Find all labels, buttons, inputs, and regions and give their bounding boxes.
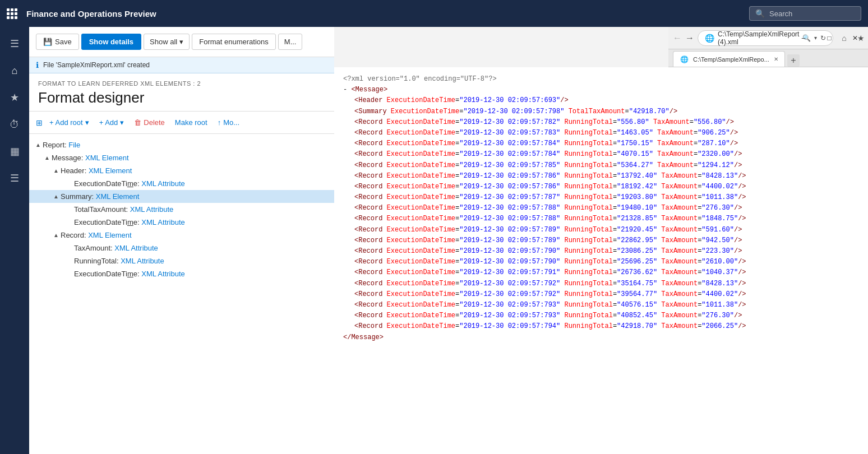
search-input[interactable] <box>769 10 848 18</box>
more-button[interactable]: M... <box>278 34 303 50</box>
tree-item[interactable]: ExecutionDateTime: XML Attribute <box>29 177 334 190</box>
ie-icon: 🌐 <box>705 34 714 43</box>
xml-line: <Record ExecutionDateTime="2019-12-30 02… <box>343 279 859 289</box>
xml-line: - <Message> <box>343 85 859 95</box>
xml-line: <Record ExecutionDateTime="2019-12-30 02… <box>343 246 859 257</box>
sidebar-item-recent[interactable]: ⏱ <box>2 112 27 137</box>
list-icon: ☰ <box>10 172 19 184</box>
format-enumerations-button[interactable]: Format enumerations <box>192 34 276 50</box>
save-icon: 💾 <box>43 38 52 46</box>
new-tab-button[interactable]: + <box>787 54 800 67</box>
tree-item[interactable]: ▲ Message: XML Element <box>29 151 334 164</box>
tree-item[interactable]: RunningTotal: XML Attribute <box>29 254 334 267</box>
xml-line: <Record ExecutionDateTime="2019-12-30 02… <box>343 257 859 267</box>
sidebar-item-list[interactable]: ☰ <box>2 166 27 191</box>
add-chevron-icon: ▾ <box>120 118 124 127</box>
info-icon: ℹ <box>36 61 39 70</box>
maximize-button[interactable]: □ <box>816 27 842 49</box>
window-controls: – □ ✕ <box>791 27 868 49</box>
save-button[interactable]: 💾 Save <box>36 34 79 50</box>
tree-item[interactable]: ▲ Record: XML Element <box>29 229 334 242</box>
delete-button[interactable]: 🗑 Delete <box>131 117 168 128</box>
tree-toggle[interactable]: ▲ <box>34 142 43 148</box>
xml-line: <Record ExecutionDateTime="2019-12-30 02… <box>343 311 859 321</box>
xml-line: <Record ExecutionDateTime="2019-12-30 02… <box>343 235 859 246</box>
xml-line: <Record ExecutionDateTime="2019-12-30 02… <box>343 321 859 332</box>
xml-line: <Record ExecutionDateTime="2019-12-30 02… <box>343 160 859 171</box>
delete-icon: 🗑 <box>134 118 141 127</box>
xml-viewer[interactable]: <?xml version="1.0" encoding="UTF-8"?> -… <box>334 67 868 454</box>
tree-toggle[interactable]: ▲ <box>43 155 52 161</box>
close-button[interactable]: ✕ <box>842 27 868 49</box>
xml-line: <Record ExecutionDateTime="2019-12-30 02… <box>343 117 859 128</box>
tab-ie-icon: 🌐 <box>680 55 689 63</box>
xml-line: <Header ExecutionDateTime="2019-12-30 02… <box>343 95 859 106</box>
xml-line: <Record ExecutionDateTime="2019-12-30 02… <box>343 149 859 160</box>
tree-item[interactable]: ExecutionDateTime: XML Attribute <box>29 267 334 280</box>
xml-line: <Record ExecutionDateTime="2019-12-30 02… <box>343 138 859 149</box>
show-all-button[interactable]: Show all ▾ <box>144 34 190 50</box>
tree-item[interactable]: ▲ Report: File <box>29 138 334 151</box>
xml-line: <Record ExecutionDateTime="2019-12-30 02… <box>343 225 859 235</box>
xml-line: <Record ExecutionDateTime="2019-12-30 02… <box>343 203 859 214</box>
tree-toggle[interactable]: ▲ <box>52 193 61 200</box>
xml-line: <Record ExecutionDateTime="2019-12-30 02… <box>343 267 859 278</box>
tree-toggle-empty <box>65 180 74 187</box>
format-label: FORMAT TO LEARN DEFERRED XML ELEMENTS : … <box>38 80 325 87</box>
tree-toggle[interactable]: ▲ <box>52 168 61 174</box>
add-root-button[interactable]: + Add root ▾ <box>46 117 93 128</box>
browser-tab-bar: 🌐 C:\Temp\SampleXmlRepo... ✕ + <box>668 49 868 67</box>
xml-line: <Record ExecutionDateTime="2019-12-30 02… <box>343 192 859 203</box>
designer-header: FORMAT TO LEARN DEFERRED XML ELEMENTS : … <box>29 73 334 112</box>
browser-address-bar: ← → 🌐 C:\Temp\SampleXmlReport (4).xml 🔍 … <box>668 27 868 49</box>
grid-icon <box>7 8 17 19</box>
address-url: C:\Temp\SampleXmlReport (4).xml <box>718 30 799 46</box>
sidebar-item-menu[interactable]: ☰ <box>2 31 27 56</box>
xml-line: <Record ExecutionDateTime="2019-12-30 02… <box>343 289 859 300</box>
apps-grid-button[interactable] <box>7 8 17 19</box>
xml-line: <Record ExecutionDateTime="2019-12-30 02… <box>343 171 859 182</box>
workspaces-icon: ▦ <box>10 145 20 157</box>
back-button[interactable]: ← <box>673 30 682 46</box>
minimize-button[interactable]: – <box>791 27 816 49</box>
clock-icon: ⏱ <box>10 119 20 131</box>
search-box[interactable]: 🔍 <box>749 6 861 21</box>
xml-line: <Record ExecutionDateTime="2019-12-30 02… <box>343 214 859 224</box>
designer-toolbar: ⊞ + Add root ▾ + Add ▾ 🗑 Delete Make roo… <box>29 112 334 134</box>
xml-line: <Summary ExecutionDateTime="2019-12-30 0… <box>343 106 859 117</box>
move-button[interactable]: ↑ Mo... <box>214 117 243 128</box>
xml-line: <Record ExecutionDateTime="2019-12-30 02… <box>343 300 859 311</box>
tab-close-icon[interactable]: ✕ <box>774 56 778 62</box>
save-label: Save <box>55 38 72 46</box>
xml-line: <Record ExecutionDateTime="2019-12-30 02… <box>343 128 859 138</box>
designer-title: Format designer <box>38 89 325 106</box>
tree-item[interactable]: ▲ Header: XML Element <box>29 164 334 177</box>
show-details-button[interactable]: Show details <box>81 34 141 50</box>
erp-main-panel: 💾 Save Show details Show all ▾ Format en… <box>29 27 334 454</box>
tree-item[interactable]: TaxAmount: XML Attribute <box>29 242 334 254</box>
tree-toggle-empty <box>65 258 74 264</box>
search-icon: 🔍 <box>755 9 765 18</box>
browser-tab[interactable]: 🌐 C:\Temp\SampleXmlRepo... ✕ <box>673 51 785 67</box>
add-root-chevron-icon: ▾ <box>85 118 89 127</box>
tree-toggle-empty <box>65 219 74 225</box>
tree-item[interactable]: TotalTaxAmount: XML Attribute <box>29 203 334 216</box>
main-toolbar: 💾 Save Show details Show all ▾ Format en… <box>29 27 334 57</box>
tree-item[interactable]: ▲ Summary: XML Element <box>29 190 334 203</box>
forward-button[interactable]: → <box>685 30 694 46</box>
xml-line: <Record ExecutionDateTime="2019-12-30 02… <box>343 182 859 192</box>
make-root-button[interactable]: Make root <box>172 117 211 128</box>
add-button[interactable]: + Add ▾ <box>96 117 128 128</box>
home-icon: ⌂ <box>12 65 18 77</box>
tree-container[interactable]: ▲ Report: File ▲ Message: XML Element ▲ … <box>29 134 334 454</box>
move-up-icon: ↑ <box>218 118 221 127</box>
tree-toggle[interactable]: ▲ <box>52 232 61 238</box>
filter-icon[interactable]: ⊞ <box>36 118 43 127</box>
info-bar: ℹ File 'SampleXmlReport.xml' created <box>29 57 334 73</box>
hamburger-icon: ☰ <box>10 38 19 50</box>
sidebar-item-favorites[interactable]: ★ <box>2 85 27 110</box>
star-icon: ★ <box>10 91 19 104</box>
sidebar-item-workspaces[interactable]: ▦ <box>2 139 27 164</box>
sidebar-item-home[interactable]: ⌂ <box>2 58 27 83</box>
tree-item[interactable]: ExecutionDateTime: XML Attribute <box>29 216 334 229</box>
